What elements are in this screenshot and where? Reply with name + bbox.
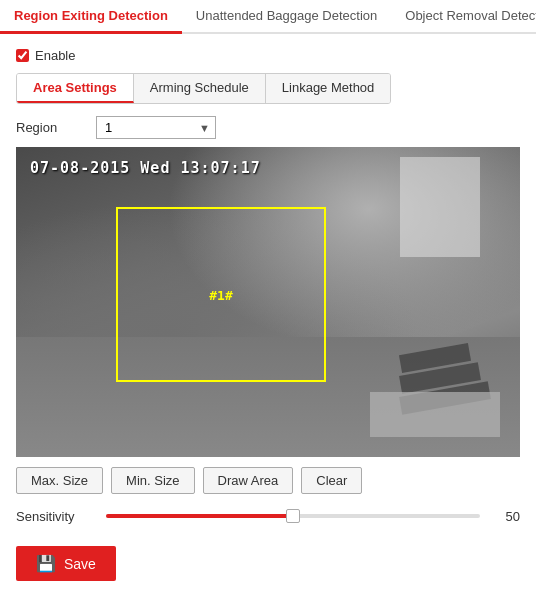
gray-overlay-box bbox=[370, 392, 500, 437]
tab-object-removal[interactable]: Object Removal Detection bbox=[391, 0, 536, 34]
max-size-button[interactable]: Max. Size bbox=[16, 467, 103, 494]
sensitivity-row: Sensitivity 50 bbox=[16, 506, 520, 526]
sensitivity-value: 50 bbox=[490, 509, 520, 524]
region-select[interactable]: 1 bbox=[96, 116, 216, 139]
tab-area-settings[interactable]: Area Settings bbox=[17, 74, 134, 103]
region-row: Region 1 ▼ bbox=[16, 116, 520, 139]
clear-button[interactable]: Clear bbox=[301, 467, 362, 494]
camera-feed: 07-08-2015 Wed 13:07:17 #1# bbox=[16, 147, 520, 457]
region-label: Region bbox=[16, 120, 96, 135]
top-tabs: Region Exiting Detection Unattended Bagg… bbox=[0, 0, 536, 34]
sensitivity-slider-wrap bbox=[106, 506, 480, 526]
content-area: Enable Area Settings Arming Schedule Lin… bbox=[0, 34, 536, 591]
slider-fill bbox=[106, 514, 293, 518]
tab-region-exiting[interactable]: Region Exiting Detection bbox=[0, 0, 182, 34]
region-select-wrap: 1 ▼ bbox=[96, 116, 216, 139]
sensitivity-label: Sensitivity bbox=[16, 509, 96, 524]
detection-box: #1# bbox=[116, 207, 326, 382]
sub-tabs: Area Settings Arming Schedule Linkage Me… bbox=[16, 73, 391, 104]
draw-area-button[interactable]: Draw Area bbox=[203, 467, 294, 494]
main-container: Region Exiting Detection Unattended Bagg… bbox=[0, 0, 536, 616]
tab-unattended-baggage[interactable]: Unattended Baggage Detection bbox=[182, 0, 391, 34]
timestamp: 07-08-2015 Wed 13:07:17 bbox=[30, 159, 261, 177]
enable-checkbox[interactable] bbox=[16, 49, 29, 62]
slider-track bbox=[106, 514, 480, 518]
slider-thumb[interactable] bbox=[286, 509, 300, 523]
detection-label: #1# bbox=[209, 287, 232, 302]
min-size-button[interactable]: Min. Size bbox=[111, 467, 194, 494]
bg-window bbox=[400, 157, 480, 257]
save-button[interactable]: 💾 Save bbox=[16, 546, 116, 581]
buttons-row: Max. Size Min. Size Draw Area Clear bbox=[16, 467, 520, 494]
tab-arming-schedule[interactable]: Arming Schedule bbox=[134, 74, 266, 103]
enable-row: Enable bbox=[16, 48, 520, 63]
save-label: Save bbox=[64, 556, 96, 572]
tab-linkage-method[interactable]: Linkage Method bbox=[266, 74, 391, 103]
save-icon: 💾 bbox=[36, 554, 56, 573]
enable-label: Enable bbox=[35, 48, 75, 63]
save-row: 💾 Save bbox=[16, 546, 520, 581]
